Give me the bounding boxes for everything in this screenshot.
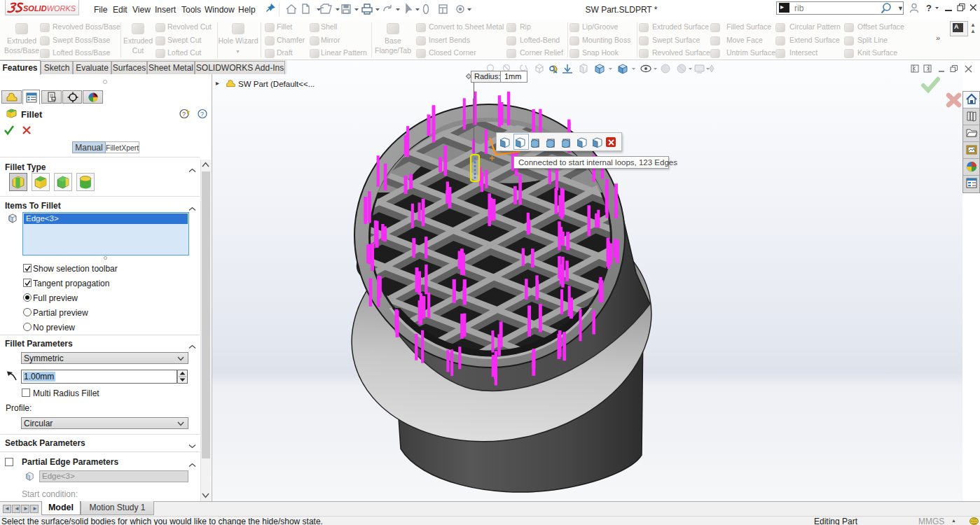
svg-text:?: ? <box>182 111 186 118</box>
svg-text:?: ? <box>200 111 204 118</box>
svg-text:SOLIDWORKS: SOLIDWORKS <box>23 4 76 13</box>
svg-text:?: ? <box>926 3 932 13</box>
